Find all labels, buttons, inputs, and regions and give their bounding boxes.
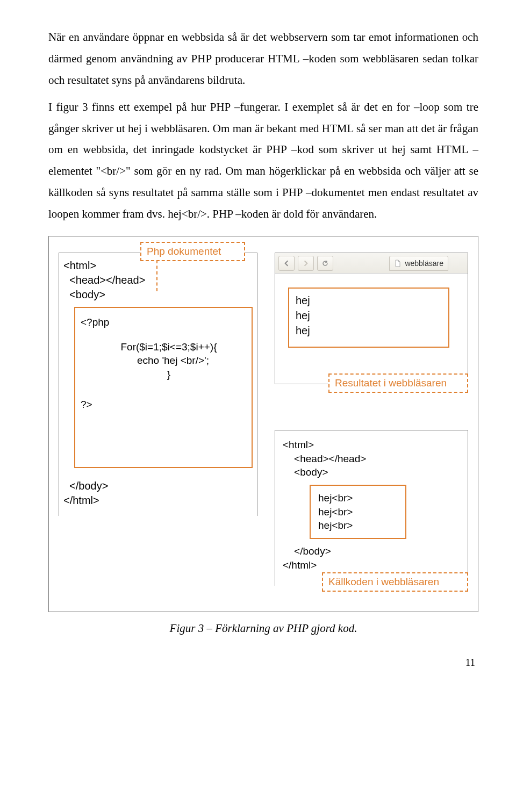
source-html-close: </body> </html> — [283, 544, 460, 572]
php-document-panel: <html> <head></head> <body> <?php For($i… — [59, 253, 257, 516]
browser-tab[interactable]: webbläsare — [389, 256, 448, 271]
chevron-right-icon — [303, 260, 309, 267]
back-button[interactable] — [278, 256, 295, 271]
browser-panel: webbläsare hej hej hej — [275, 253, 468, 384]
figure-caption: Figur 3 – Förklarning av PHP gjord kod. — [48, 622, 478, 635]
source-hej-lines: hej<br> hej<br> hej<br> — [318, 491, 398, 533]
page-number: 11 — [48, 657, 478, 669]
tab-title: webbläsare — [405, 259, 443, 268]
forward-button[interactable] — [298, 256, 314, 271]
paragraph-2: I figur 3 finns ett exempel på hur PHP –… — [48, 97, 478, 225]
php-code-box: <?php For($i=1;$i<=3;$i++){ echo 'hej <b… — [74, 307, 253, 468]
figure-3: <html> <head></head> <body> <?php For($i… — [48, 236, 478, 612]
label-source-code: Källkoden i webbläsaren — [322, 572, 468, 592]
html-open-tags: <html> <head></head> <body> — [63, 258, 145, 302]
php-open-tag: <?php — [81, 315, 246, 329]
html-close-tags: </body> </html> — [63, 479, 108, 508]
label-php-document: Php dokumentet — [140, 242, 245, 261]
connector-php — [156, 260, 157, 291]
reload-icon — [322, 260, 328, 267]
source-hej-box: hej<br> hej<br> hej<br> — [310, 485, 406, 539]
source-html-open: <html> <head></head> <body> — [283, 438, 460, 479]
page-icon — [394, 260, 402, 267]
php-loop-body: For($i=1;$i<=3;$i++){ echo 'hej <br/>'; … — [91, 340, 246, 382]
source-code-panel: <html> <head></head> <body> hej<br> hej<… — [275, 430, 468, 586]
browser-toolbar: webbläsare — [275, 253, 468, 274]
browser-output-text: hej hej hej — [296, 293, 442, 338]
body-text: När en användare öppnar en webbsida så ä… — [48, 27, 478, 225]
label-browser-result: Resultatet i webbläsaren — [328, 373, 468, 393]
paragraph-1: När en användare öppnar en webbsida så ä… — [48, 27, 478, 91]
browser-output-box: hej hej hej — [288, 288, 449, 348]
php-close-tag: ?> — [81, 398, 246, 412]
chevron-left-icon — [283, 260, 290, 267]
reload-button[interactable] — [317, 256, 333, 271]
